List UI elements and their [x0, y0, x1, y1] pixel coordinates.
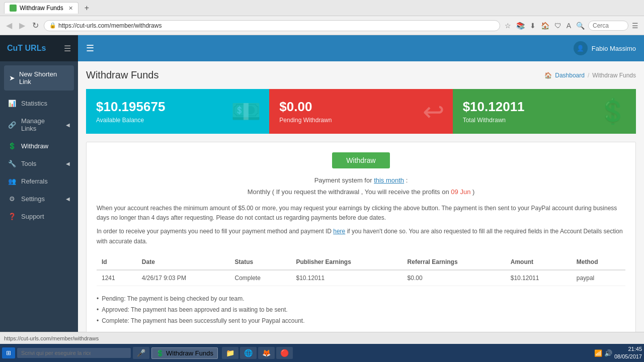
- settings-arrow-icon: ◀: [66, 196, 70, 202]
- legend-pending: • Pending: The payment is being checked …: [97, 294, 625, 303]
- date-display: 08/05/2017: [614, 353, 642, 360]
- taskbar-mic-icon[interactable]: 🎤: [133, 347, 149, 359]
- menu-btn[interactable]: ☰: [630, 21, 640, 31]
- tools-arrow-icon: ◀: [66, 161, 70, 166]
- here-link[interactable]: here: [333, 228, 345, 235]
- forward-button[interactable]: ▶: [17, 20, 27, 31]
- breadcrumb-current: Withdraw Funds: [592, 72, 636, 79]
- cell-status: Complete: [230, 270, 291, 286]
- url-text: https://cut-urls.com/member/withdraws: [58, 22, 495, 29]
- settings-label: Settings: [21, 195, 61, 203]
- sidebar-item-tools[interactable]: 🔧 Tools ◀: [0, 155, 78, 172]
- nav-actions: ☆ 📚 ⬇ 🏠 🛡 A 🔍 ☰: [503, 21, 640, 31]
- withdraw-section: Withdraw Payment system for this month :…: [86, 142, 636, 332]
- search-nav-btn[interactable]: 🔍: [575, 21, 586, 31]
- topnav-menu-icon[interactable]: ☰: [86, 43, 94, 54]
- refresh-button[interactable]: ↻: [30, 20, 41, 31]
- table-body: 1241 4/26/17 9:03 PM Complete $10.12011 …: [97, 270, 625, 286]
- breadcrumb-home-icon: 🏠: [544, 72, 552, 79]
- stat-card-total: $10.12011 Total Withdrawn 💲: [453, 89, 636, 134]
- settings-icon: ⚙: [8, 195, 16, 203]
- info-text-1: When your account reaches the minimum am…: [97, 204, 625, 223]
- table-row: 1241 4/26/17 9:03 PM Complete $10.12011 …: [97, 270, 625, 286]
- cell-publisher-earnings: $10.12011: [291, 270, 402, 286]
- sidebar-toggle-icon[interactable]: ☰: [64, 44, 71, 53]
- stat-pending-icon: ↩: [423, 97, 445, 127]
- support-label: Support: [21, 213, 70, 220]
- cell-amount: $10.12011: [506, 270, 572, 286]
- withdraw-btn-row: Withdraw: [97, 152, 625, 168]
- payment-system-label: Payment system for: [314, 176, 372, 184]
- col-publisher-earnings: Publisher Earnings: [291, 254, 402, 270]
- cell-id: 1241: [97, 270, 137, 286]
- tab-title: Withdraw Funds: [20, 5, 63, 12]
- withdraw-icon: 💲: [8, 142, 16, 150]
- bookmark-list-btn[interactable]: 📚: [515, 21, 526, 31]
- download-btn[interactable]: ⬇: [528, 21, 537, 31]
- taskbar-clock: 21:45 08/05/2017: [614, 345, 642, 361]
- sidebar-header: CuT URLs ☰: [0, 35, 78, 61]
- breadcrumb-dashboard[interactable]: Dashboard: [555, 72, 585, 79]
- user-menu[interactable]: 👤 Fabio Massimo: [574, 41, 636, 55]
- breadcrumb: 🏠 Dashboard / Withdraw Funds: [544, 72, 636, 79]
- payment-colon: :: [406, 176, 408, 184]
- taskbar-network-icon: 📶: [594, 349, 602, 357]
- schedule-prefix: Monthly ( If you request the withdrawal …: [248, 188, 449, 196]
- taskbar-app-icon[interactable]: 🔴: [276, 347, 293, 359]
- taskbar-firefox-icon[interactable]: 🦊: [258, 347, 275, 359]
- page-title: Withdraw Funds: [86, 69, 159, 81]
- security-icon: 🔒: [49, 22, 56, 29]
- withdraw-button[interactable]: Withdraw: [332, 152, 389, 168]
- withdraw-label: Withdraw: [21, 142, 70, 150]
- new-tab-button[interactable]: +: [82, 4, 92, 13]
- col-status: Status: [230, 254, 291, 270]
- back-button[interactable]: ◀: [4, 20, 14, 31]
- active-tab[interactable]: Withdraw Funds ✕: [4, 2, 78, 14]
- info-text-2a: In order to receive your payments you ne…: [97, 228, 332, 235]
- shield-btn[interactable]: 🛡: [553, 21, 563, 31]
- new-shorten-icon: ➤: [9, 74, 15, 82]
- sidebar-item-support[interactable]: ❓ Support: [0, 208, 78, 225]
- new-shorten-btn[interactable]: ➤ New Shorten Link: [4, 65, 74, 90]
- col-method: Method: [572, 254, 625, 270]
- stat-pending-value: $0.00: [279, 99, 442, 115]
- sidebar-item-manage-links[interactable]: 🔗 Manage Links ◀: [0, 112, 78, 137]
- top-nav: ☰ 👤 Fabio Massimo: [78, 35, 644, 61]
- legend: • Pending: The payment is being checked …: [97, 294, 625, 325]
- home-btn[interactable]: 🏠: [539, 21, 551, 31]
- taskbar-explorer-icon[interactable]: 📁: [222, 347, 238, 359]
- this-month-link[interactable]: this month: [374, 176, 404, 184]
- schedule-suffix: ): [472, 188, 474, 196]
- sidebar-item-referrals[interactable]: 👥 Referrals: [0, 172, 78, 190]
- bookmark-star-btn[interactable]: ☆: [503, 21, 513, 31]
- taskbar-chrome-icon[interactable]: 🌐: [240, 347, 257, 359]
- sidebar-item-withdraw[interactable]: 💲 Withdraw: [0, 137, 78, 155]
- tab-close-btn[interactable]: ✕: [68, 5, 73, 12]
- tools-icon: 🔧: [8, 160, 16, 167]
- search-input[interactable]: [588, 21, 628, 31]
- manage-links-icon: 🔗: [8, 121, 16, 129]
- manage-links-label: Manage Links: [21, 117, 61, 132]
- taskbar-system-icons: 📶 🔊: [594, 349, 612, 357]
- legend-approved: • Approved: The payment has been approve…: [97, 305, 625, 314]
- sidebar-item-statistics[interactable]: 📊 Statistics: [0, 95, 78, 112]
- address-bar[interactable]: 🔒 https://cut-urls.com/member/withdraws: [44, 20, 500, 31]
- stat-card-available: $10.195675 Available Balance 💵: [86, 89, 269, 134]
- taskbar: ⊞ 🎤 💲 Withdraw Funds 📁 🌐 🦊 🔴 📶 🔊 21:45 0…: [0, 344, 644, 362]
- statistics-label: Statistics: [21, 100, 70, 107]
- reader-btn[interactable]: A: [565, 21, 573, 31]
- start-button[interactable]: ⊞: [2, 347, 15, 358]
- cell-date: 4/26/17 9:03 PM: [137, 270, 230, 286]
- page-header: Withdraw Funds 🏠 Dashboard / Withdraw Fu…: [86, 69, 636, 81]
- status-bar: https://cut-urls.com/member/withdraws: [0, 332, 644, 344]
- time-display: 21:45: [614, 345, 642, 353]
- status-url: https://cut-urls.com/member/withdraws: [4, 335, 640, 341]
- statistics-icon: 📊: [8, 100, 16, 107]
- browser-tab-bar: Withdraw Funds ✕ +: [0, 0, 644, 16]
- taskbar-search-input[interactable]: [17, 348, 131, 358]
- sidebar-item-settings[interactable]: ⚙ Settings ◀: [0, 190, 78, 208]
- stat-card-pending: $0.00 Pending Withdrawn ↩: [269, 89, 452, 134]
- taskbar-active-app[interactable]: 💲 Withdraw Funds: [151, 347, 218, 359]
- stats-row: $10.195675 Available Balance 💵 $0.00 Pen…: [86, 89, 636, 134]
- support-icon: ❓: [8, 213, 16, 220]
